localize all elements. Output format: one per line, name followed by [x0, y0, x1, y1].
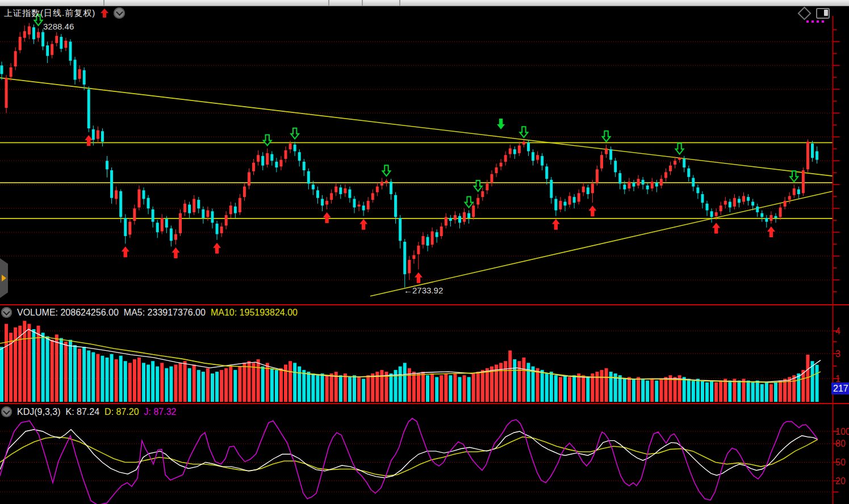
page-title: 上证指数(日线.前复权) — [4, 8, 95, 19]
sidebar-flyout-tab[interactable] — [0, 258, 8, 298]
kdj-name-label: KDJ(9,3,3) — [17, 407, 60, 417]
kdj-j-label: J: 87.32 — [144, 407, 177, 417]
low-price-label: ←2733.92 — [404, 285, 443, 295]
high-price-label: 3288.46 — [43, 22, 74, 31]
svg-text:3: 3 — [835, 349, 840, 359]
chevron-down-icon — [3, 408, 10, 415]
svg-text:4: 4 — [835, 326, 840, 336]
chart-canvas[interactable]: 431100805020 — [0, 0, 849, 504]
volume-pane-header: VOLUME: 208624256.00 MA5: 233917376.00 M… — [1, 307, 298, 318]
toolbar-separator — [399, 0, 400, 6]
svg-text:20: 20 — [835, 476, 846, 486]
chart-title-row: 上证指数(日线.前复权) — [4, 7, 125, 19]
toolbar-separator — [328, 0, 329, 6]
volume-ma5-label: MA5: 233917376.00 — [124, 308, 206, 318]
kdj-pane-header: KDJ(9,3,3) K: 87.24 D: 87.20 J: 87.32 — [1, 406, 177, 417]
svg-text:100: 100 — [835, 427, 849, 436]
toolbar-strip[interactable] — [0, 0, 849, 6]
kdj-k-label: K: 87.24 — [65, 407, 99, 417]
indicator-dots — [806, 20, 824, 23]
diamond-icon[interactable] — [797, 6, 811, 20]
volume-value-label: VOLUME: 208624256.00 — [17, 308, 119, 318]
toolbar-separator — [362, 0, 363, 6]
window-toggle-icon[interactable] — [816, 8, 830, 19]
collapse-kdj-pane-button[interactable] — [1, 406, 12, 417]
current-volume-badge: 217 — [831, 383, 849, 394]
toolbar-separator — [103, 0, 104, 6]
collapse-main-pane-button[interactable] — [114, 7, 125, 19]
chevron-down-icon — [116, 9, 123, 16]
collapse-volume-pane-button[interactable] — [1, 307, 12, 318]
svg-text:50: 50 — [835, 457, 846, 467]
expand-right-icon — [2, 275, 6, 282]
kdj-d-label: D: 87.20 — [104, 407, 139, 417]
volume-ma10-label: MA10: 195193824.00 — [211, 308, 298, 318]
chevron-down-icon — [3, 308, 10, 316]
up-arrow-icon — [100, 8, 109, 18]
svg-text:80: 80 — [835, 439, 846, 448]
pane-corner-icons — [800, 8, 830, 19]
chart-app: 431100805020 上证指数(日线.前复权) 3288.46 ←2733.… — [0, 0, 849, 504]
